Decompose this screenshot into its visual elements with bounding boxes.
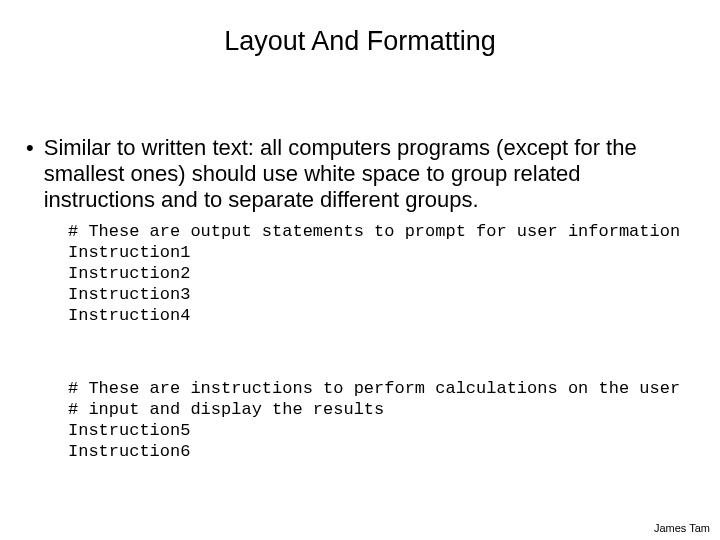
footer-author: James Tam: [654, 522, 710, 534]
slide: Layout And Formatting • Similar to writt…: [0, 0, 720, 540]
bullet-text: Similar to written text: all computers p…: [44, 135, 690, 213]
bullet-item: • Similar to written text: all computers…: [30, 135, 690, 213]
code-block-2: # These are instructions to perform calc…: [68, 378, 690, 462]
code-block-1: # These are output statements to prompt …: [68, 221, 690, 326]
bullet-marker: •: [26, 135, 34, 161]
slide-title: Layout And Formatting: [30, 26, 690, 57]
